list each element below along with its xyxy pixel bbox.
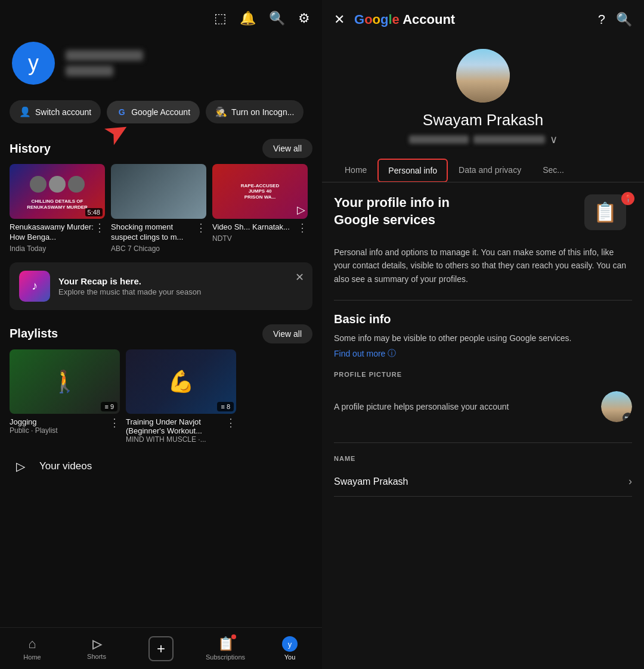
- your-videos-row[interactable]: ▷ Your videos: [0, 444, 322, 483]
- profile-info: [66, 50, 143, 76]
- name-label: NAME: [334, 455, 632, 462]
- profile-section: y: [0, 32, 322, 94]
- video-channel-2: ABC 7 Chicago: [111, 244, 196, 253]
- playlists-section-header: Playlists View all: [0, 315, 322, 349]
- profile-info-section: Your profile info in Google services 📋 📍: [334, 194, 632, 236]
- left-panel: ⬚ 🔔 🔍 ⚙ y 👤 Switch account G Google Acco…: [0, 0, 322, 669]
- google-o1-title: o: [364, 12, 372, 27]
- red-arrow-indicator: ➤: [104, 114, 129, 149]
- nav-you[interactable]: y You: [258, 636, 322, 661]
- thumb-text-1: CHILLING DETAILS OFRENUKASWAMY MURDER: [26, 197, 89, 211]
- help-icon[interactable]: ?: [598, 12, 605, 27]
- more-icon-2[interactable]: ⋮: [196, 221, 206, 234]
- ga-email-blur-1: [409, 135, 469, 144]
- camera-icon: 📷: [623, 413, 632, 422]
- ga-avatar-img: [456, 49, 510, 103]
- more-icon-1[interactable]: ⋮: [94, 221, 105, 234]
- video-meta-3: Video Sh... Karnatak... NDTV: [212, 222, 290, 243]
- tab-personal-info[interactable]: Personal info: [377, 159, 448, 182]
- playlist-more-1[interactable]: ⋮: [109, 416, 120, 429]
- pis-text: Your profile info in Google services: [334, 194, 450, 228]
- basic-info-title: Basic info: [334, 312, 632, 326]
- action-buttons: 👤 Switch account G Google Account 🕵 Turn…: [0, 94, 322, 129]
- email-blurred: [66, 66, 113, 76]
- playlist-title-1: Jogging: [10, 417, 58, 426]
- playlist-card-1: 🚶 ≡ 9 Jogging Public · Playlist ⋮: [10, 349, 120, 444]
- pis-badge: 📍: [621, 192, 634, 205]
- playlist-meta-1: Jogging Public · Playlist: [10, 417, 58, 435]
- switch-account-button[interactable]: 👤 Switch account: [10, 100, 101, 123]
- divider-2: [334, 442, 632, 443]
- avatar: y: [12, 42, 55, 85]
- right-panel: ✕ Google Account ? 🔍 Swayam Prakash ∨ Ho…: [322, 0, 644, 669]
- profile-picture-row[interactable]: A profile picture helps personalise your…: [334, 383, 632, 430]
- google-e-title: e: [392, 12, 400, 27]
- playlist-count-num-1: 9: [110, 403, 114, 410]
- tab-personal-info-label: Personal info: [388, 166, 437, 175]
- close-button[interactable]: ✕: [334, 12, 345, 27]
- video-channel-1: India Today: [10, 244, 94, 253]
- incognito-label: Turn on Incogn...: [231, 107, 294, 117]
- recap-close-button[interactable]: ✕: [295, 271, 304, 284]
- playlist-more-2[interactable]: ⋮: [225, 416, 236, 429]
- video-meta-1: Renukasawamy Murder: How Benga... India …: [10, 222, 94, 253]
- profile-picture-desc: A profile picture helps personalise your…: [334, 401, 601, 413]
- video-meta-2: Shocking moment suspect clings to m... A…: [111, 222, 196, 253]
- profile-picture-thumbnail: 📷: [601, 391, 632, 422]
- playlist-card-2: 💪 ≡ 8 Training Under Navjot (Beginner's …: [126, 349, 236, 444]
- search-icon[interactable]: 🔍: [269, 11, 285, 26]
- video-card-header-1: Renukasawamy Murder: How Benga... India …: [10, 219, 105, 253]
- history-title: History: [10, 142, 51, 156]
- incognito-icon: 🕵: [215, 106, 227, 117]
- nav-home[interactable]: ⌂ Home: [0, 636, 64, 661]
- tab-home-label: Home: [345, 165, 367, 175]
- video-card-header-3: Video Sh... Karnatak... NDTV ⋮: [212, 219, 308, 243]
- playlist-thumb-2: 💪 ≡ 8: [126, 349, 236, 414]
- profile-info-description: Personal info and options to manage it. …: [334, 246, 632, 286]
- thumb-bg-3: RAPE-ACCUSEDJUMPS 40PRISON WA...: [212, 164, 308, 219]
- playlist-title-2: Training Under Navjot (Beginner's Workou…: [126, 417, 225, 435]
- playlist-count-icon-2: ≡: [221, 403, 224, 410]
- find-out-more-link[interactable]: Find out more ⓘ: [334, 348, 396, 359]
- name-row[interactable]: Swayam Prakash ›: [334, 467, 632, 497]
- find-out-more-label: Find out more: [334, 349, 385, 358]
- playlist-meta-header-2: Training Under Navjot (Beginner's Workou…: [126, 414, 236, 444]
- recap-banner[interactable]: ♪ Your Recap is here. Explore the music …: [10, 262, 312, 310]
- bell-icon[interactable]: 🔔: [240, 11, 256, 26]
- profile-picture-info: A profile picture helps personalise your…: [334, 401, 601, 413]
- video-title-2: Shocking moment suspect clings to m...: [111, 222, 196, 243]
- ga-profile: Swayam Prakash ∨: [322, 37, 644, 152]
- video-channel-3: NDTV: [212, 234, 290, 243]
- email-chevron-icon[interactable]: ∨: [550, 133, 558, 146]
- playlists-view-all-button[interactable]: View all: [262, 324, 312, 343]
- ga-avatar: [456, 49, 510, 103]
- pis-icon-bg: 📋: [584, 194, 626, 230]
- nav-shorts[interactable]: ▷ Shorts: [64, 637, 129, 660]
- switch-account-icon: 👤: [19, 106, 31, 117]
- ga-search-icon[interactable]: 🔍: [616, 12, 632, 27]
- google-g-title: G: [354, 12, 364, 27]
- jogging-icon: 🚶: [51, 369, 78, 394]
- settings-icon[interactable]: ⚙: [298, 11, 310, 26]
- tab-security[interactable]: Sec...: [532, 158, 575, 182]
- tab-data-privacy[interactable]: Data and privacy: [448, 158, 532, 182]
- nav-subscriptions[interactable]: 📋 Subscriptions: [193, 636, 258, 661]
- history-view-all-button[interactable]: View all: [262, 139, 312, 158]
- tab-security-label: Sec...: [543, 165, 564, 175]
- workout-icon: 💪: [168, 369, 194, 394]
- incognito-button[interactable]: 🕵 Turn on Incogn...: [206, 100, 304, 123]
- playlist-meta-2: Training Under Navjot (Beginner's Workou…: [126, 417, 225, 444]
- subs-icon-wrapper: 📋: [218, 636, 234, 652]
- more-icon-3[interactable]: ⋮: [297, 221, 308, 234]
- thumb-faces: [25, 171, 89, 197]
- basic-info-description: Some info may be visible to other people…: [334, 332, 632, 345]
- profile-info-heading: Your profile info in Google services: [334, 194, 450, 228]
- tab-home[interactable]: Home: [334, 158, 377, 182]
- history-thumb-2: [111, 164, 206, 219]
- cast-icon[interactable]: ⬚: [214, 11, 227, 26]
- google-account-title: Google Account: [354, 12, 589, 27]
- shorts-nav-icon: ▷: [92, 637, 101, 651]
- subscriptions-icon: 📋: [218, 636, 234, 651]
- profile-picture-label: PROFILE PICTURE: [334, 371, 632, 378]
- nav-create[interactable]: +: [129, 636, 193, 661]
